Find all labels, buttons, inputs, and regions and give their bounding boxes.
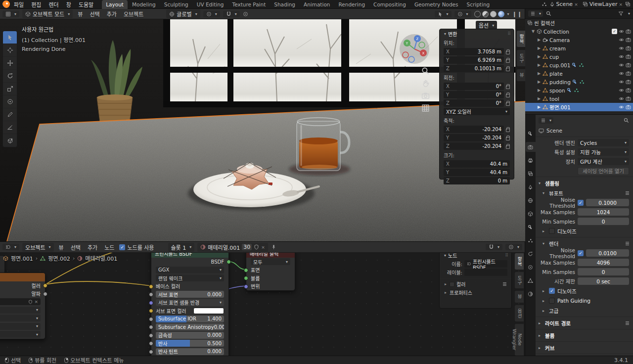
eye-icon[interactable] — [619, 79, 624, 85]
device-dropdown[interactable]: GPU 계산▾ — [578, 158, 629, 165]
workspace-tab-shading[interactable]: Shading — [270, 0, 299, 9]
tool-transform[interactable] — [3, 95, 17, 108]
principled-bsdf-node[interactable]: 프린시플드 BSDF BSDF GGX▾ 랜덤 웨이크▾ 베이스 컬러 서브 표… — [151, 253, 229, 356]
vp-denoise-label[interactable]: 디노이즈 — [557, 228, 577, 235]
menu-edit[interactable]: 편집 — [28, 0, 45, 8]
eye-icon[interactable] — [619, 96, 624, 101]
camera-render-icon[interactable] — [626, 46, 631, 51]
lock-icon[interactable] — [506, 51, 510, 54]
workspace-tab-rendering[interactable]: Rendering — [334, 0, 369, 9]
outliner-search-icon[interactable] — [546, 11, 551, 16]
camera-render-icon[interactable] — [626, 62, 631, 68]
target-dropdown[interactable]: 모두▾ — [251, 258, 290, 265]
eye-icon[interactable] — [619, 54, 624, 59]
tab-data[interactable] — [526, 275, 536, 285]
vp-noise-field[interactable]: 0.1000 — [586, 199, 629, 206]
fake-user-shield-icon[interactable] — [254, 244, 259, 250]
eye-icon[interactable] — [619, 46, 624, 51]
metallic-slider[interactable]: 금속성0.000 — [156, 332, 224, 339]
shading-material-icon[interactable] — [490, 11, 497, 17]
subsurface-aniso-slider[interactable]: Subsurface Anisotropy0.000 — [156, 323, 224, 330]
shader-tab-node-wrangler[interactable]: Node Wrangler — [514, 323, 524, 357]
disclosure-icon[interactable]: ▶ — [537, 105, 541, 109]
subsurface-ior-slider[interactable]: Subsurface IOR1.400 — [156, 316, 224, 322]
subsurface-slider[interactable]: 서브 표면0.000 — [156, 291, 224, 298]
eye-icon[interactable] — [619, 71, 624, 76]
r-min-samples-field[interactable]: 0 — [578, 268, 629, 275]
sidebar-tab-view[interactable]: 뷰 — [516, 69, 525, 82]
nav-camera-button[interactable] — [421, 91, 430, 101]
preset-list-icon[interactable] — [625, 320, 630, 326]
alpha-output-socket[interactable] — [43, 292, 47, 296]
tab-physics[interactable] — [526, 249, 536, 259]
workspace-tab-modeling[interactable]: Modeling — [128, 0, 160, 9]
lock-icon[interactable] — [506, 137, 510, 140]
filter-caret-icon[interactable]: ▾ — [628, 11, 630, 16]
curves-section[interactable]: 커브 — [545, 344, 554, 352]
transform-panel-header[interactable]: ▾변환⠿ — [440, 29, 514, 38]
snap-dropdown[interactable]: ▾ — [223, 11, 240, 17]
menu-help[interactable]: 도움말 — [75, 0, 97, 8]
dim-y-field[interactable]: Y40.4 m — [444, 169, 510, 176]
camera-render-icon[interactable] — [626, 79, 631, 85]
surface-socket[interactable] — [244, 268, 248, 273]
use-nodes-label[interactable]: 노드를 사용 — [127, 243, 154, 251]
vp-menu-add[interactable]: 추가 — [105, 10, 119, 18]
disclosure-icon[interactable]: ▶ — [537, 88, 541, 92]
scene-unlink-icon[interactable]: × — [574, 2, 578, 7]
outliner-row-cup[interactable]: ▶ cup — [525, 52, 633, 61]
props-type-button[interactable]: ▾ — [539, 117, 553, 124]
r-noise-checkbox[interactable]: ✓ — [578, 250, 584, 256]
crumb-mesh[interactable]: 평면.002 — [48, 254, 70, 262]
shading-wireframe-icon[interactable] — [474, 11, 481, 17]
sampling-section[interactable]: 샘플링 — [545, 180, 559, 187]
disclosure-icon[interactable]: ▶ — [537, 63, 541, 67]
tab-viewlayer[interactable] — [526, 169, 536, 179]
path-guiding-label[interactable]: Path Guiding — [557, 298, 590, 304]
vp-denoise-checkbox[interactable] — [549, 228, 555, 234]
nav-zoom-button[interactable] — [421, 67, 430, 77]
light-paths-section[interactable]: 라이트 경로 — [545, 319, 571, 327]
shader-mode-dropdown[interactable]: 오브젝트▾ — [22, 243, 54, 252]
tool-measure[interactable] — [3, 121, 17, 134]
base-color-socket[interactable] — [149, 284, 153, 289]
tool-annotate[interactable] — [3, 108, 17, 121]
lock-icon[interactable] — [506, 86, 510, 89]
shading-solid-icon[interactable] — [482, 11, 489, 17]
outliner-row-spoon[interactable]: ▶ spoon — [525, 86, 633, 94]
location-y-field[interactable]: Y6.9269 m — [444, 56, 504, 64]
disclosure-icon[interactable]: ▶ — [537, 54, 541, 59]
lock-icon[interactable] — [506, 102, 510, 106]
vp-menu-select[interactable]: 선택 — [88, 10, 101, 18]
snap-node-dropdown[interactable]: ▾ — [486, 244, 502, 250]
use-nodes-checkbox[interactable]: ✓ — [119, 244, 125, 250]
subsurface-radius-field[interactable]: 서브 표면 샘플 반경▾ — [156, 299, 224, 306]
mode-dropdown[interactable]: 오브젝트 모드▾ — [22, 9, 73, 18]
orientation-dropdown[interactable]: 글로벌▾ — [166, 9, 200, 18]
rotation-mode-dropdown[interactable]: XYZ 오일러▾ — [444, 108, 510, 115]
subsurface-aniso-socket[interactable] — [149, 325, 153, 329]
outliner-row-cup001[interactable]: ▶ cup.001 — [525, 61, 633, 69]
tab-constraints[interactable] — [526, 262, 536, 272]
sh-menu-view[interactable]: 뷰 — [57, 243, 66, 251]
tool-cursor[interactable] — [3, 44, 17, 57]
sidebar-tab-tool[interactable]: 도구 — [516, 49, 525, 67]
eye-icon[interactable] — [619, 37, 624, 43]
lock-icon[interactable] — [506, 129, 510, 132]
vp-min-samples-field[interactable]: 0 — [578, 218, 629, 225]
camera-render-icon[interactable] — [626, 71, 631, 76]
sh-menu-select[interactable]: 선택 — [69, 243, 83, 251]
tool-scale[interactable] — [3, 83, 17, 95]
nav-pan-button[interactable] — [421, 79, 430, 89]
r-denoise-checkbox[interactable]: ✓ — [549, 288, 555, 294]
scene-selector[interactable]: Scene × — [547, 1, 580, 7]
node-name-field[interactable]: 프린시플드 BSDF — [464, 260, 507, 268]
tab-particles[interactable] — [526, 235, 536, 245]
subsurface-color-swatch[interactable] — [193, 308, 224, 314]
camera-render-icon[interactable] — [626, 37, 631, 43]
tab-tool[interactable] — [526, 129, 536, 138]
material-output-header[interactable]: 매테리얼 출력 — [246, 253, 295, 258]
scale-z-field[interactable]: Z-20.204 — [444, 142, 504, 150]
node-label-field[interactable] — [464, 269, 507, 276]
advanced-label[interactable]: 고급 — [549, 307, 558, 315]
